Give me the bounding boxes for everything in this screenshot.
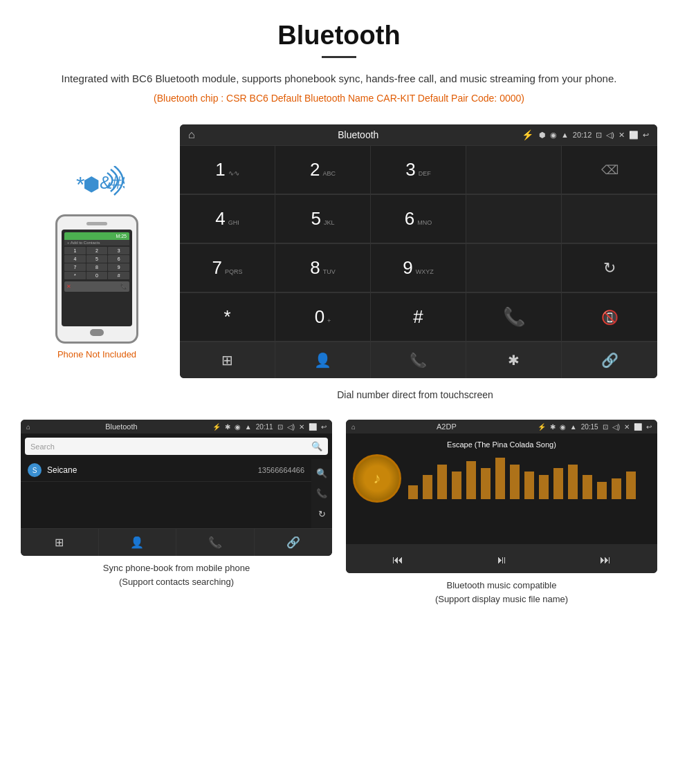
svg-rect-16 — [612, 478, 621, 499]
contacts-nav-person[interactable]: 👤 — [99, 529, 177, 556]
phone-screen-header: M:25 — [64, 232, 129, 240]
music-home-icon[interactable]: ⌂ — [351, 423, 356, 431]
head-unit-topbar: ⌂ Bluetooth ⚡ ⬢ ◉ ▲ 20:12 ⊡ ◁) ✕ ⬜ ↩ — [180, 124, 657, 145]
contacts-bottomnav: ⊞ 👤 📞 🔗 — [21, 528, 332, 556]
contacts-back-icon[interactable]: ↩ — [321, 423, 327, 431]
music-next-icon[interactable]: ⏭ — [590, 550, 621, 570]
dial-key-3[interactable]: 3 DEF — [371, 146, 466, 194]
svg-rect-17 — [626, 472, 636, 499]
close-icon[interactable]: ✕ — [619, 131, 625, 140]
svg-rect-10 — [524, 472, 534, 499]
dialpad-row-2: 4 GHI 5 JKL 6 MNO — [180, 194, 657, 243]
contacts-nav-phone[interactable]: 📞 — [176, 529, 255, 556]
dial-call-red[interactable]: 📵 — [562, 293, 657, 342]
music-caption-line2: (Support display music file name) — [435, 594, 568, 604]
music-back-icon[interactable]: ↩ — [646, 423, 652, 431]
music-caption-line1: Bluetooth music compatible — [447, 580, 557, 590]
dial-refresh[interactable]: ↻ — [562, 244, 657, 292]
contacts-refresh-right-icon[interactable]: ↻ — [318, 509, 326, 519]
contacts-signal-icon: ▲ — [245, 423, 252, 431]
contacts-caption: Sync phone-book from mobile phone (Suppo… — [103, 561, 250, 588]
head-unit-main: ⌂ Bluetooth ⚡ ⬢ ◉ ▲ 20:12 ⊡ ◁) ✕ ⬜ ↩ 1 ∿… — [180, 124, 657, 378]
window-icon[interactable]: ⬜ — [629, 131, 639, 140]
dial-key-0[interactable]: 0+ — [275, 293, 371, 342]
svg-rect-6 — [466, 461, 476, 499]
location-icon: ◉ — [550, 131, 557, 140]
dial-key-hash[interactable]: # — [371, 293, 466, 342]
dial-key-7[interactable]: 7 PQRS — [180, 244, 275, 292]
music-close-icon[interactable]: ✕ — [624, 423, 630, 431]
dial-backspace[interactable]: ⌫ — [562, 146, 657, 194]
music-win-icon[interactable]: ⬜ — [634, 423, 642, 431]
dialpad-row-1: 1 ∿∿ 2 ABC 3 DEF ⌫ — [180, 145, 657, 194]
svg-rect-8 — [495, 458, 505, 499]
music-loc-icon: ◉ — [560, 423, 566, 431]
contact-row[interactable]: S Seicane 13566664466 — [21, 459, 311, 482]
music-album-art: ♪ — [353, 454, 401, 503]
camera-icon[interactable]: ⊡ — [596, 131, 602, 140]
main-screen-caption: Dial number direct from touchscreen — [173, 389, 657, 400]
nav-dialpad-icon[interactable]: ⊞ — [180, 342, 275, 378]
nav-contacts-icon[interactable]: 👤 — [275, 342, 371, 378]
back-icon[interactable]: ↩ — [643, 131, 649, 140]
head-unit-bottom-nav: ⊞ 👤 📞 ✱ 🔗 — [180, 342, 657, 378]
svg-rect-15 — [597, 482, 607, 499]
title-underline — [322, 56, 356, 58]
contacts-nav-dialpad[interactable]: ⊞ — [21, 529, 99, 556]
main-section: ⬢ &#9711; * M:25 + Add to C — [0, 124, 678, 378]
nav-phone-icon[interactable]: 📞 — [371, 342, 466, 378]
contact-avatar: S — [28, 463, 42, 477]
dial-key-8[interactable]: 8 TUV — [275, 244, 371, 292]
home-icon[interactable]: ⌂ — [188, 129, 195, 141]
music-vol-icon[interactable]: ◁) — [612, 423, 620, 431]
contacts-nav-link[interactable]: 🔗 — [255, 529, 333, 556]
contacts-usb-icon: ⚡ — [212, 423, 221, 431]
bluetooth-status-icon: ⬢ — [539, 131, 546, 140]
contacts-cam-icon[interactable]: ⊡ — [277, 423, 283, 431]
dial-key-star[interactable]: * — [180, 293, 275, 342]
svg-rect-5 — [452, 472, 461, 499]
dial-key-4[interactable]: 4 GHI — [180, 195, 275, 243]
status-icons: ⬢ ◉ ▲ 20:12 ⊡ ◁) ✕ ⬜ ↩ — [539, 131, 649, 140]
page-title: Bluetooth — [42, 21, 636, 50]
contacts-caption-line1: Sync phone-book from mobile phone — [103, 563, 250, 573]
music-play-pause-icon[interactable]: ⏯ — [486, 550, 517, 570]
contacts-vol-icon[interactable]: ◁) — [287, 423, 295, 431]
phone-dial-1: 1 — [64, 247, 86, 254]
contacts-topbar: ⌂ Bluetooth ⚡ ✱ ◉ ▲ 20:11 ⊡ ◁) ✕ ⬜ ↩ — [21, 420, 332, 433]
dialpad-row-4: * 0+ # 📞 📵 — [180, 292, 657, 342]
phone-dialpad: 1 2 3 4 5 6 7 8 9 * 0 # — [64, 247, 129, 279]
dial-key-6[interactable]: 6 MNO — [371, 195, 466, 243]
volume-icon[interactable]: ◁) — [606, 131, 614, 140]
contacts-call-right-icon[interactable]: 📞 — [316, 488, 327, 498]
contacts-search-bar[interactable]: Search 🔍 — [25, 438, 328, 455]
music-controls: ⏮ ⏯ ⏭ — [346, 544, 657, 573]
music-body: Escape (The Pina Colada Song) ♪ — [346, 433, 657, 544]
search-icon[interactable]: 🔍 — [311, 441, 322, 451]
music-cam-icon[interactable]: ⊡ — [603, 423, 608, 431]
dial-key-1[interactable]: 1 ∿∿ — [180, 146, 275, 194]
phone-not-included-label: Phone Not Included — [57, 349, 136, 360]
contacts-search-right-icon[interactable]: 🔍 — [316, 468, 327, 478]
phone-dial-2: 2 — [86, 247, 108, 254]
nav-link-icon[interactable]: 🔗 — [562, 342, 657, 378]
contacts-win-icon[interactable]: ⬜ — [309, 423, 317, 431]
contacts-screen: ⌂ Bluetooth ⚡ ✱ ◉ ▲ 20:11 ⊡ ◁) ✕ ⬜ ↩ Sea… — [21, 420, 332, 556]
phone-dial-5: 5 — [86, 255, 108, 263]
dial-key-9[interactable]: 9 WXYZ — [371, 244, 466, 292]
contacts-unit: ⌂ Bluetooth ⚡ ✱ ◉ ▲ 20:11 ⊡ ◁) ✕ ⬜ ↩ Sea… — [21, 420, 332, 606]
dial-key-2[interactable]: 2 ABC — [275, 146, 371, 194]
nav-bluetooth-icon[interactable]: ✱ — [466, 342, 562, 378]
svg-rect-9 — [510, 465, 520, 499]
music-artwork-area: ♪ — [353, 454, 650, 503]
page-description: Integrated with BC6 Bluetooth module, su… — [42, 71, 636, 87]
music-signal-icon: ▲ — [570, 423, 577, 431]
dial-call-green[interactable]: 📞 — [466, 293, 562, 342]
dial-key-5[interactable]: 5 JKL — [275, 195, 371, 243]
svg-rect-12 — [553, 468, 563, 499]
music-song-title: Escape (The Pina Colada Song) — [447, 440, 556, 449]
contacts-close-icon[interactable]: ✕ — [299, 423, 304, 431]
contacts-home-icon[interactable]: ⌂ — [26, 423, 30, 431]
music-prev-icon[interactable]: ⏮ — [383, 550, 413, 570]
svg-rect-7 — [481, 468, 491, 499]
